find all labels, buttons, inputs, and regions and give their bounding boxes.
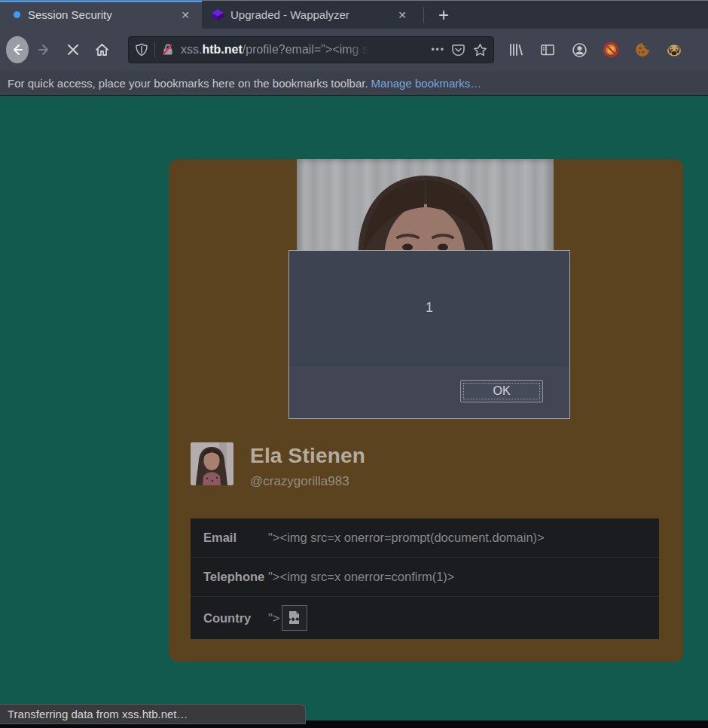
manage-bookmarks-link[interactable]: Manage bookmarks… <box>371 77 482 90</box>
url-bar[interactable]: xss.htb.net/profile?email="><img sr ••• <box>128 36 494 63</box>
new-tab-button[interactable]: + <box>429 1 459 29</box>
javascript-dialog: 1 OK <box>288 250 570 419</box>
dialog-message: 1 <box>426 300 433 316</box>
row-value: "><img src=x onerror=confirm(1)> <box>268 570 454 584</box>
tab-session-security[interactable]: Session Security ✕ <box>0 1 202 29</box>
tracking-protection-shield-icon[interactable] <box>135 43 148 57</box>
urlbar-separator <box>154 42 155 57</box>
stop-button[interactable] <box>62 38 84 61</box>
row-value: "> <box>268 605 307 631</box>
row-label: Country <box>191 611 268 626</box>
row-label: Email <box>191 531 268 545</box>
table-row-country: Country "> <box>191 597 659 639</box>
tab-wappalyzer[interactable]: Upgraded - Wappalyzer ✕ <box>202 1 419 29</box>
bookmark-star-icon[interactable] <box>473 43 487 57</box>
status-text: Transferring data from xss.htb.net… <box>8 708 188 720</box>
avatar <box>191 442 233 485</box>
bookmarks-toolbar: For quick access, place your bookmarks h… <box>0 71 708 96</box>
navigation-toolbar: xss.htb.net/profile?email="><img sr ••• <box>0 29 708 71</box>
account-icon[interactable] <box>568 38 591 61</box>
url-path: /profile?email="><img sr <box>243 43 372 57</box>
url-text[interactable]: xss.htb.net/profile?email="><img sr <box>181 43 428 57</box>
tab-title: Session Security <box>28 8 176 21</box>
status-bar: Transferring data from xss.htb.net… <box>0 704 306 724</box>
url-subdomain: xss. <box>181 43 202 57</box>
row-value: "><img src=x onerror=prompt(document.dom… <box>268 531 545 545</box>
row-label: Telephone <box>191 570 268 584</box>
insecure-lock-icon[interactable] <box>161 43 175 57</box>
library-icon[interactable] <box>505 38 527 61</box>
tab-title: Upgraded - Wappalyzer <box>230 8 393 21</box>
profile-handle: @crazygorilla983 <box>250 474 365 489</box>
table-row-email: Email "><img src=x onerror=prompt(docume… <box>191 518 659 558</box>
toolbar-icons <box>505 38 694 61</box>
sidebar-icon[interactable] <box>536 38 559 61</box>
profile-name: Ela Stienen <box>250 444 365 468</box>
extension-noscript-icon[interactable] <box>600 38 622 61</box>
broken-image-icon <box>282 605 307 631</box>
profile-header: Ela Stienen @crazygorilla983 <box>191 442 365 489</box>
extension-cookie-icon[interactable] <box>631 38 654 61</box>
profile-texts: Ela Stienen @crazygorilla983 <box>250 442 365 489</box>
dialog-body: 1 <box>289 251 569 366</box>
back-button[interactable] <box>6 38 29 61</box>
pocket-icon[interactable] <box>451 43 465 57</box>
extension-badger-icon[interactable] <box>663 38 685 61</box>
ok-button[interactable]: OK <box>460 380 543 402</box>
close-tab-icon[interactable]: ✕ <box>393 8 411 23</box>
page-actions-icon[interactable]: ••• <box>431 44 445 55</box>
wappalyzer-icon <box>211 8 224 22</box>
favicon-dot-icon <box>14 11 20 18</box>
row-value-text: "> <box>268 611 280 626</box>
profile-details-table: Email "><img src=x onerror=prompt(docume… <box>191 518 659 639</box>
bookmarks-hint-text: For quick access, place your bookmarks h… <box>8 77 368 90</box>
close-tab-icon[interactable]: ✕ <box>176 8 194 23</box>
dialog-footer: OK <box>289 366 569 418</box>
tab-divider <box>423 7 424 23</box>
url-domain: htb.net <box>202 43 242 57</box>
home-button[interactable] <box>90 38 113 61</box>
forward-button[interactable] <box>33 38 56 61</box>
table-row-telephone: Telephone "><img src=x onerror=confirm(1… <box>191 558 659 597</box>
back-arrow-icon <box>6 36 29 63</box>
tab-bar: Session Security ✕ Upgraded - Wappalyzer… <box>0 0 708 29</box>
page-content: Ela Stienen @crazygorilla983 Email "><im… <box>0 96 708 720</box>
browser-window: Session Security ✕ Upgraded - Wappalyzer… <box>0 0 708 728</box>
